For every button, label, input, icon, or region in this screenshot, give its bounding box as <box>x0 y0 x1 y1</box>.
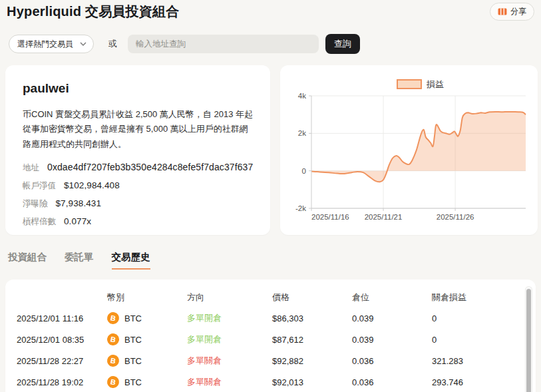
legend-label[interactable]: 損益 <box>426 79 444 89</box>
btc-icon: B <box>106 375 120 389</box>
trader-bio: 币COIN 實盤交易員累計收益 2,500 萬人民幣，自 2013 年起從事加密… <box>23 107 253 152</box>
x-tick-label: 2025/11/26 <box>437 213 474 221</box>
trade-size: 0.039 <box>352 335 432 345</box>
stat-value: 0.077x <box>64 216 91 226</box>
pnl-chart-card[interactable]: 4k2k0-2k2025/11/162025/11/212025/11/26損益 <box>280 65 538 235</box>
share-card-icon <box>498 8 507 15</box>
column-header: 方向 <box>187 292 272 303</box>
btc-icon: B <box>106 311 120 325</box>
coin-label: BTC <box>124 335 142 345</box>
trade-pnl: 0 <box>432 313 518 323</box>
trade-size: 0.036 <box>352 377 432 387</box>
y-tick-label: -2k <box>295 204 306 212</box>
trade-time: 2025/12/01 08:35 <box>17 335 107 345</box>
y-tick-label: 4k <box>298 92 306 100</box>
summary-cards: paulwei 币COIN 實盤交易員累計收益 2,500 萬人民幣，自 201… <box>5 65 536 235</box>
trade-size: 0.039 <box>352 313 432 323</box>
direction-label: 多單關倉 <box>187 355 272 367</box>
coin-cell: BBTC <box>107 376 187 388</box>
stat-label: 地址 <box>23 162 39 174</box>
page: Hyperliquid 交易員投資組合 分享 選擇熱門交易員 或 查詢 paul… <box>0 0 541 392</box>
trade-size: 0.036 <box>352 356 432 366</box>
btc-icon: B <box>106 353 120 367</box>
trader-select[interactable]: 選擇熱門交易員 <box>9 35 94 53</box>
x-tick-label: 2025/11/21 <box>365 213 403 221</box>
tab-portfolio[interactable]: 投資組合 <box>8 251 47 270</box>
trade-price: $92,882 <box>272 356 352 366</box>
coin-cell: BBTC <box>107 333 187 345</box>
stat-value: $102,984.408 <box>64 180 120 190</box>
table-row: 2025/11/28 22:27BBTC多單關倉$92,8820.036321.… <box>17 350 518 371</box>
column-header: 價格 <box>272 292 352 303</box>
table-row: 2025/12/01 08:35BBTC多單開倉$87,6120.0390 <box>17 329 518 350</box>
direction-label: 多單開倉 <box>187 333 272 345</box>
pnl-area-chart[interactable]: 4k2k0-2k2025/11/162025/11/212025/11/26損益 <box>280 65 538 234</box>
coin-label: BTC <box>124 356 142 366</box>
or-label: 或 <box>108 38 117 50</box>
trade-pnl: 293.746 <box>432 377 518 387</box>
btc-icon: B <box>106 332 120 346</box>
column-header: 幣別 <box>107 292 187 303</box>
trade-pnl: 0 <box>432 335 518 345</box>
coin-label: BTC <box>124 377 142 387</box>
trader-profile-card: paulwei 币COIN 實盤交易員累計收益 2,500 萬人民幣，自 201… <box>5 65 270 235</box>
trade-pnl: 321.283 <box>432 356 518 366</box>
trade-price: $87,612 <box>272 335 352 345</box>
chevron-down-icon <box>80 42 87 46</box>
trade-time: 2025/12/01 11:16 <box>17 313 107 323</box>
trade-history-card: 幣別方向價格倉位關倉損益 2025/12/01 11:16BBTC多單開倉$86… <box>5 280 536 392</box>
direction-label: 多單關倉 <box>187 376 272 388</box>
table-body: 2025/12/01 11:16BBTC多單開倉$86,3030.0390202… <box>17 307 518 392</box>
trader-name: paulwei <box>23 81 253 96</box>
direction-label: 多單開倉 <box>187 312 272 324</box>
trade-price: $92,013 <box>272 377 352 387</box>
table-scrollbar-track[interactable] <box>525 286 532 392</box>
trade-time: 2025/11/28 22:27 <box>17 356 107 366</box>
table-row: 2025/11/28 19:02BBTC多單關倉$92,0130.036293.… <box>17 371 518 392</box>
trader-stats: 地址0xdae4df7207feb3b350e4284c8efe5f7dac37… <box>23 162 253 228</box>
stat-label: 淨曝險 <box>23 198 48 210</box>
trade-price: $86,303 <box>272 313 352 323</box>
stat-row: 帳戶淨值$102,984.408 <box>23 180 253 192</box>
table-header-row: 幣別方向價格倉位關倉損益 <box>17 288 518 307</box>
stat-row: 地址0xdae4df7207feb3b350e4284c8efe5f7dac37… <box>23 162 253 174</box>
stat-label: 槓桿倍數 <box>23 216 56 228</box>
column-header: 倉位 <box>352 292 432 303</box>
stat-row: 槓桿倍數0.077x <box>23 216 253 228</box>
y-tick-label: 0 <box>302 167 306 175</box>
tab-orders[interactable]: 委託單 <box>65 251 94 270</box>
stat-value: 0xdae4df7207feb3b350e4284c8efe5f7dac37f6… <box>47 162 253 172</box>
trader-select-label: 選擇熱門交易員 <box>17 39 73 50</box>
section-tabs: 投資組合委託單交易歷史 <box>8 251 536 270</box>
legend-swatch[interactable] <box>397 80 421 89</box>
page-title: Hyperliquid 交易員投資組合 <box>7 3 179 21</box>
coin-label: BTC <box>124 313 142 323</box>
table-scrollbar-thumb[interactable] <box>526 289 531 392</box>
coin-cell: BBTC <box>107 355 187 367</box>
pnl-area-fill <box>311 112 526 182</box>
tab-trade-history[interactable]: 交易歷史 <box>112 251 150 270</box>
trade-time: 2025/11/28 19:02 <box>17 377 107 387</box>
query-button[interactable]: 查詢 <box>325 34 360 54</box>
share-button-label: 分享 <box>510 6 526 17</box>
column-header: 關倉損益 <box>432 292 518 303</box>
page-header: Hyperliquid 交易員投資組合 分享 <box>5 0 536 21</box>
table-row: 2025/12/01 11:16BBTC多單開倉$86,3030.0390 <box>17 307 518 329</box>
stat-label: 帳戶淨值 <box>23 180 56 192</box>
stat-value: $7,938.431 <box>56 198 102 208</box>
y-tick-label: 2k <box>298 129 306 137</box>
stat-row: 淨曝險$7,938.431 <box>23 198 253 210</box>
search-controls: 選擇熱門交易員 或 查詢 <box>9 34 536 54</box>
x-tick-label: 2025/11/16 <box>311 213 349 221</box>
share-button[interactable]: 分享 <box>490 3 534 21</box>
coin-cell: BBTC <box>107 312 187 324</box>
address-search-input[interactable] <box>128 35 319 53</box>
